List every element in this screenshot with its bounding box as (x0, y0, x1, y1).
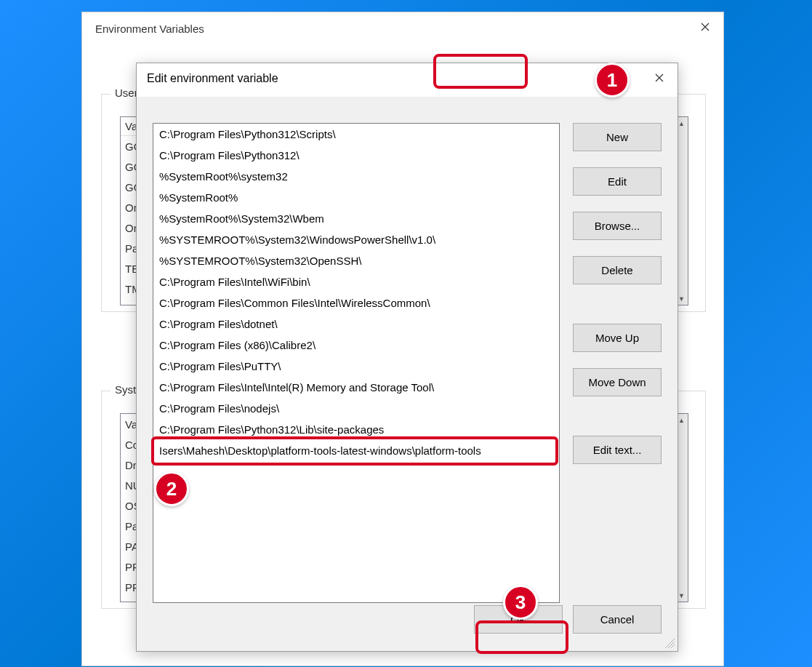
path-entry[interactable]: %SYSTEMROOT%\System32\WindowsPowerShell\… (153, 229, 559, 250)
edit-button[interactable]: Edit (573, 167, 662, 196)
path-entry[interactable]: C:\Program Files\nodejs\ (153, 398, 559, 419)
path-entry[interactable]: C:\Program Files\Python312\Scripts\ (153, 124, 559, 145)
path-entry[interactable]: C:\Program Files (x86)\Calibre2\ (153, 335, 559, 356)
dialog-body: C:\Program Files\Python312\Scripts\C:\Pr… (137, 97, 678, 651)
side-button-column: New Edit Browse... Delete Move Up Move D… (573, 123, 662, 464)
delete-button[interactable]: Delete (573, 256, 662, 284)
close-button[interactable] (641, 63, 678, 92)
path-entry[interactable]: C:\Program Files\Intel\Intel(R) Memory a… (153, 377, 559, 398)
path-entry[interactable]: C:\Program Files\Common Files\Intel\Wire… (153, 292, 559, 313)
dialog-title: Environment Variables (82, 12, 723, 42)
move-up-button[interactable]: Move Up (573, 324, 662, 352)
path-entry[interactable]: %SYSTEMROOT%\System32\OpenSSH\ (153, 250, 559, 271)
path-entry[interactable]: C:\Program Files\Python312\ (153, 145, 559, 166)
path-entry[interactable]: C:\Program Files\PuTTY\ (153, 356, 559, 377)
ok-button[interactable]: OK (474, 605, 563, 634)
browse-button[interactable]: Browse... (573, 212, 662, 240)
path-entry[interactable]: %SystemRoot%\system32 (153, 166, 559, 187)
path-entry[interactable]: %SystemRoot%\System32\Wbem (153, 208, 559, 229)
path-entry[interactable]: C:\Program Files\Intel\WiFi\bin\ (153, 271, 559, 292)
resize-grip-icon[interactable] (664, 638, 675, 648)
cancel-button[interactable]: Cancel (573, 605, 662, 634)
close-button[interactable] (687, 12, 723, 41)
move-down-button[interactable]: Move Down (573, 368, 662, 396)
dialog-bottom-buttons: OK Cancel (474, 605, 662, 634)
path-entry[interactable]: C:\Program Files\Python312\Lib\site-pack… (153, 419, 559, 440)
dialog-titlebar[interactable]: Edit environment variable (137, 63, 678, 94)
path-entry[interactable]: %SystemRoot% (153, 187, 559, 208)
path-entries-list[interactable]: C:\Program Files\Python312\Scripts\C:\Pr… (153, 123, 560, 603)
edit-text-button[interactable]: Edit text... (573, 436, 662, 464)
path-entry[interactable]: C:\Program Files\dotnet\ (153, 313, 559, 335)
new-button[interactable]: New (573, 123, 662, 151)
dialog-title: Edit environment variable (137, 72, 278, 85)
path-entry[interactable]: Isers\Mahesh\Desktop\platform-tools-late… (153, 440, 559, 461)
edit-environment-variable-dialog: Edit environment variable C:\Program Fil… (136, 63, 678, 652)
